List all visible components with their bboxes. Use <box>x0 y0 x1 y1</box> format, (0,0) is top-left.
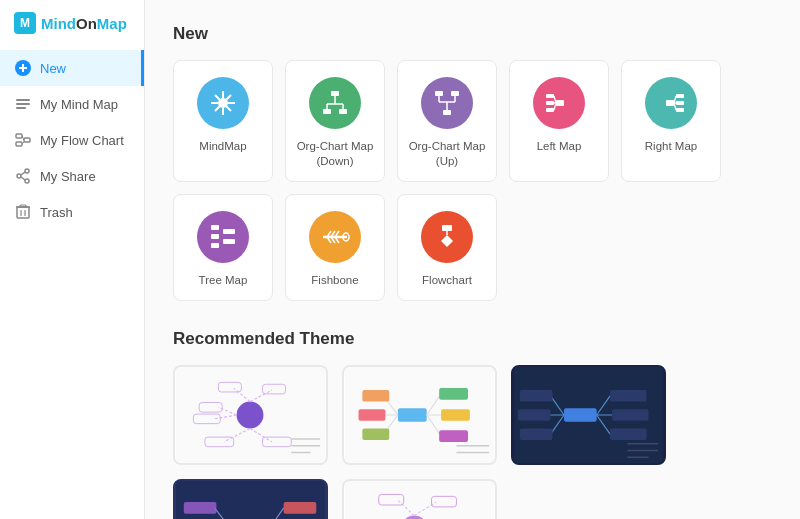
svg-rect-30 <box>331 91 339 96</box>
sidebar-item-trash-label: Trash <box>40 205 73 220</box>
svg-rect-47 <box>546 108 554 112</box>
template-card-mindmap[interactable]: MindMap <box>173 60 273 182</box>
svg-rect-92 <box>398 408 427 421</box>
svg-rect-127 <box>284 502 317 514</box>
sidebar-item-my-flow-chart-label: My Flow Chart <box>40 133 124 148</box>
svg-rect-6 <box>16 134 22 138</box>
flowchart-nav-icon <box>14 131 32 149</box>
right-map-icon-circle <box>645 77 697 129</box>
left-map-label: Left Map <box>537 139 582 154</box>
svg-point-12 <box>25 179 29 183</box>
fishbone-icon-circle <box>309 211 361 263</box>
svg-rect-38 <box>435 91 443 96</box>
svg-rect-118 <box>518 409 551 421</box>
svg-rect-104 <box>439 430 468 442</box>
svg-rect-108 <box>564 408 597 421</box>
svg-rect-58 <box>211 225 219 230</box>
sidebar-item-new[interactable]: New <box>0 50 144 86</box>
svg-line-27 <box>226 106 231 111</box>
new-section: New MindMap Org-Chart Map (Down) <box>173 24 772 301</box>
theme-card-dark-navy[interactable] <box>173 479 328 519</box>
svg-rect-62 <box>223 239 235 244</box>
svg-rect-4 <box>16 103 30 105</box>
svg-point-13 <box>17 174 21 178</box>
template-card-left-map[interactable]: Left Map <box>509 60 609 182</box>
svg-rect-140 <box>345 481 494 519</box>
svg-line-57 <box>674 103 676 110</box>
svg-rect-45 <box>546 94 554 98</box>
template-card-flowchart[interactable]: Flowchart <box>397 194 497 301</box>
svg-rect-114 <box>610 428 646 440</box>
template-grid: MindMap Org-Chart Map (Down) Org-Chart M… <box>173 60 772 301</box>
svg-line-29 <box>215 106 220 111</box>
sidebar-item-my-flow-chart[interactable]: My Flow Chart <box>0 122 144 158</box>
svg-rect-5 <box>16 107 26 109</box>
theme-section: Recommended Theme <box>173 329 772 519</box>
sidebar-item-my-share-label: My Share <box>40 169 96 184</box>
main-content: New MindMap Org-Chart Map (Down) <box>145 0 800 519</box>
svg-line-15 <box>21 177 25 180</box>
sidebar: M MindOnMap New My Mind Map My Flow Char… <box>0 0 145 519</box>
theme-card-light-multi[interactable] <box>342 479 497 519</box>
org-up-icon-circle <box>421 77 473 129</box>
theme-section-title: Recommended Theme <box>173 329 772 349</box>
svg-marker-72 <box>441 235 453 247</box>
svg-rect-116 <box>520 390 553 402</box>
sidebar-item-my-share[interactable]: My Share <box>0 158 144 194</box>
svg-line-55 <box>674 96 676 103</box>
svg-rect-3 <box>16 99 30 101</box>
theme-card-dark-blue[interactable] <box>511 365 666 465</box>
tree-map-label: Tree Map <box>199 273 248 288</box>
tree-map-icon-circle <box>197 211 249 263</box>
logo-icon: M <box>14 12 36 34</box>
svg-rect-71 <box>442 225 452 231</box>
new-section-title: New <box>173 24 772 44</box>
template-card-fishbone[interactable]: Fishbone <box>285 194 385 301</box>
svg-rect-32 <box>339 109 347 114</box>
logo-text: MindOnMap <box>41 15 127 32</box>
mindmap-icon-circle <box>197 77 249 129</box>
svg-rect-59 <box>211 234 219 239</box>
svg-rect-54 <box>676 108 684 112</box>
svg-rect-39 <box>451 91 459 96</box>
template-card-org-down[interactable]: Org-Chart Map (Down) <box>285 60 385 182</box>
svg-rect-16 <box>17 207 29 218</box>
theme-card-light-purple[interactable] <box>173 365 328 465</box>
svg-rect-133 <box>184 502 217 514</box>
sidebar-item-my-mind-map[interactable]: My Mind Map <box>0 86 144 122</box>
svg-rect-96 <box>359 409 386 421</box>
template-card-right-map[interactable]: Right Map <box>621 60 721 182</box>
svg-line-48 <box>554 96 556 103</box>
svg-line-26 <box>215 95 220 100</box>
org-down-icon-circle <box>309 77 361 129</box>
svg-line-50 <box>554 103 556 110</box>
svg-rect-53 <box>676 101 684 105</box>
share-nav-icon <box>14 167 32 185</box>
svg-rect-120 <box>520 428 553 440</box>
svg-rect-8 <box>16 142 22 146</box>
svg-rect-52 <box>676 94 684 98</box>
flowchart-label: Flowchart <box>422 273 472 288</box>
org-down-label: Org-Chart Map (Down) <box>294 139 376 169</box>
logo: M MindOnMap <box>0 0 144 50</box>
svg-rect-31 <box>323 109 331 114</box>
template-card-org-up[interactable]: Org-Chart Map (Up) <box>397 60 497 182</box>
svg-rect-61 <box>223 229 235 234</box>
plus-icon <box>14 59 32 77</box>
svg-rect-46 <box>546 101 554 105</box>
svg-rect-60 <box>211 243 219 248</box>
fishbone-label: Fishbone <box>311 273 358 288</box>
svg-rect-7 <box>24 138 30 142</box>
svg-point-75 <box>237 401 264 428</box>
svg-rect-37 <box>443 110 451 115</box>
svg-rect-110 <box>610 390 646 402</box>
flowchart-icon-circle <box>421 211 473 263</box>
mindmap-nav-icon <box>14 95 32 113</box>
template-card-tree-map[interactable]: Tree Map <box>173 194 273 301</box>
mindmap-label: MindMap <box>199 139 246 154</box>
trash-nav-icon <box>14 203 32 221</box>
theme-card-light-coral[interactable] <box>342 365 497 465</box>
svg-rect-51 <box>666 100 674 106</box>
svg-rect-18 <box>20 205 26 207</box>
sidebar-item-trash[interactable]: Trash <box>0 194 144 230</box>
